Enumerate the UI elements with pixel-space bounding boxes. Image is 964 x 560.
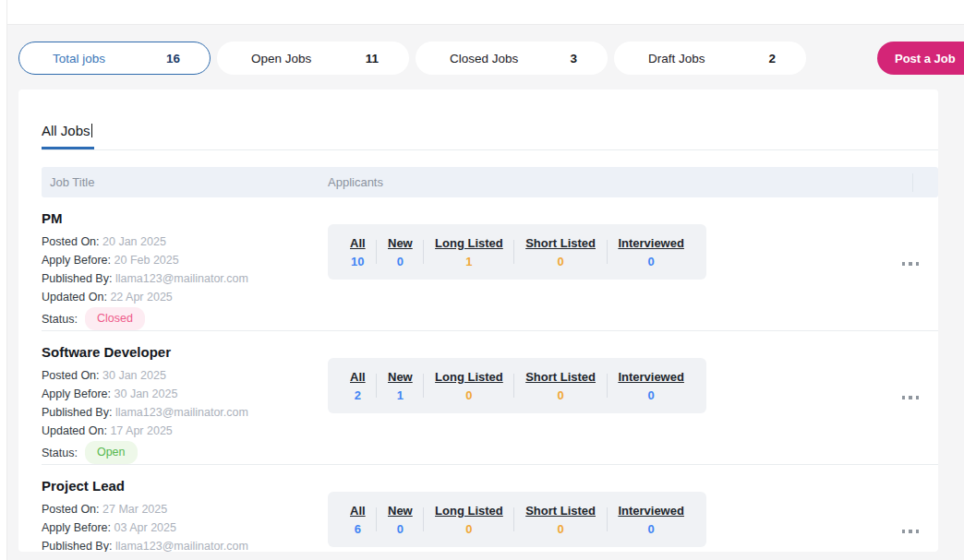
job-info-cell: Software Developer Posted On: 30 Jan 202… bbox=[42, 331, 328, 464]
apply-before-value: 03 Apr 2025 bbox=[114, 521, 176, 534]
applicants-col-short-listed: Short Listed 0 bbox=[525, 236, 596, 268]
pill-label: Open Jobs bbox=[251, 52, 311, 66]
divider bbox=[376, 374, 377, 398]
applicants-all-link[interactable]: All bbox=[350, 504, 366, 518]
divider bbox=[513, 374, 514, 398]
status-line: Status: Open bbox=[42, 441, 328, 464]
applicants-cell: All 2 New 1 Long Listed 0 Short Listed 0 bbox=[328, 331, 883, 464]
applicants-short-listed-link[interactable]: Short Listed bbox=[525, 236, 596, 250]
applicants-new-link[interactable]: New bbox=[388, 370, 413, 384]
apply-before-label: Apply Before: bbox=[42, 521, 111, 534]
job-info-cell: Project Lead Posted On: 27 Mar 2025 Appl… bbox=[42, 465, 328, 552]
applicants-long-listed-count: 1 bbox=[435, 255, 503, 268]
pill-label: Closed Jobs bbox=[450, 52, 518, 66]
applicants-col-long-listed: Long Listed 1 bbox=[435, 236, 503, 268]
applicants-short-listed-link[interactable]: Short Listed bbox=[525, 370, 596, 384]
applicants-short-listed-count: 0 bbox=[525, 255, 596, 268]
pill-count: 3 bbox=[570, 52, 577, 66]
table-row: Software Developer Posted On: 30 Jan 202… bbox=[42, 331, 938, 465]
applicants-all-link[interactable]: All bbox=[350, 236, 366, 250]
applicants-col-short-listed: Short Listed 0 bbox=[525, 504, 596, 536]
pill-open-jobs[interactable]: Open Jobs 11 bbox=[217, 42, 409, 75]
posted-on-value: 27 Mar 2025 bbox=[102, 503, 167, 516]
apply-before-label: Apply Before: bbox=[42, 254, 111, 267]
status-badge: Closed bbox=[85, 307, 145, 330]
published-by-label: Published By: bbox=[42, 406, 112, 419]
published-by-value: llama123@mailinator.com bbox=[115, 540, 248, 552]
applicants-interviewed-count: 0 bbox=[618, 388, 684, 402]
ellipsis-icon[interactable] bbox=[902, 530, 920, 533]
applicants-col-all: All 10 bbox=[350, 236, 366, 268]
applicants-long-listed-link[interactable]: Long Listed bbox=[435, 370, 503, 384]
job-summary-pills: Total jobs 16 Open Jobs 11 Closed Jobs 3… bbox=[18, 42, 806, 75]
posted-on-label: Posted On: bbox=[42, 235, 100, 248]
applicants-col-new: New 0 bbox=[388, 236, 413, 268]
applicants-long-listed-link[interactable]: Long Listed bbox=[435, 504, 503, 518]
applicants-new-link[interactable]: New bbox=[388, 236, 413, 250]
job-title[interactable]: Project Lead bbox=[42, 478, 328, 500]
table-row: PM Posted On: 20 Jan 2025 Apply Before: … bbox=[42, 197, 938, 331]
divider bbox=[376, 507, 377, 531]
ellipsis-icon[interactable] bbox=[902, 262, 920, 266]
pill-count: 2 bbox=[768, 52, 776, 66]
apply-before-label: Apply Before: bbox=[42, 387, 111, 400]
applicants-col-all: All 2 bbox=[350, 370, 366, 402]
applicants-short-listed-link[interactable]: Short Listed bbox=[525, 504, 596, 518]
applicants-col-interviewed: Interviewed 0 bbox=[618, 236, 684, 268]
applicants-interviewed-link[interactable]: Interviewed bbox=[618, 236, 684, 250]
jobs-tabbar: All Jobs bbox=[42, 123, 938, 150]
sidebar-edge bbox=[0, 0, 7, 560]
job-title[interactable]: Software Developer bbox=[42, 344, 328, 366]
applicants-interviewed-link[interactable]: Interviewed bbox=[618, 370, 684, 384]
applicants-all-count: 10 bbox=[350, 255, 366, 268]
posted-on-line: Posted On: 20 Jan 2025 bbox=[42, 232, 328, 251]
pill-closed-jobs[interactable]: Closed Jobs 3 bbox=[416, 42, 608, 75]
divider bbox=[607, 240, 608, 264]
published-by-line: Published By: llama123@mailinator.com bbox=[42, 403, 328, 422]
applicants-summary-box: All 10 New 0 Long Listed 1 Short Listed … bbox=[328, 224, 706, 280]
status-label: Status: bbox=[42, 444, 78, 462]
tab-all-jobs-label: All Jobs bbox=[42, 123, 90, 138]
updated-on-line: Updated On: 17 Apr 2025 bbox=[42, 422, 328, 440]
divider bbox=[513, 240, 514, 264]
applicants-summary-box: All 2 New 1 Long Listed 0 Short Listed 0 bbox=[328, 358, 706, 413]
status-label: Status: bbox=[42, 310, 78, 328]
applicants-cell: All 6 New 0 Long Listed 0 Short Listed 0 bbox=[328, 465, 883, 552]
apply-before-value: 30 Jan 2025 bbox=[114, 387, 178, 400]
published-by-label: Published By: bbox=[42, 540, 112, 552]
ellipsis-icon[interactable] bbox=[902, 396, 920, 399]
actions-cell bbox=[883, 331, 938, 464]
actions-cell bbox=[883, 465, 938, 552]
divider bbox=[607, 374, 608, 398]
applicants-interviewed-count: 0 bbox=[618, 255, 684, 268]
pill-total-jobs[interactable]: Total jobs 16 bbox=[18, 42, 211, 75]
applicants-col-new: New 1 bbox=[388, 370, 413, 402]
table-header-row: Job Title Applicants bbox=[42, 167, 938, 197]
divider bbox=[423, 507, 424, 531]
job-title[interactable]: PM bbox=[42, 210, 328, 232]
pill-draft-jobs[interactable]: Draft Jobs 2 bbox=[614, 42, 806, 75]
divider bbox=[607, 507, 608, 531]
post-a-job-button[interactable]: Post a Job bbox=[877, 42, 964, 75]
applicants-cell: All 10 New 0 Long Listed 1 Short Listed … bbox=[328, 197, 883, 330]
published-by-value: llama123@mailinator.com bbox=[115, 406, 248, 419]
applicants-new-count: 0 bbox=[388, 522, 413, 536]
applicants-col-long-listed: Long Listed 0 bbox=[435, 504, 503, 536]
published-by-value: llama123@mailinator.com bbox=[115, 272, 248, 285]
divider bbox=[376, 240, 377, 264]
posted-on-label: Posted On: bbox=[42, 369, 100, 382]
applicants-all-link[interactable]: All bbox=[350, 370, 366, 384]
applicants-col-all: All 6 bbox=[350, 504, 366, 536]
tab-all-jobs[interactable]: All Jobs bbox=[42, 123, 94, 149]
applicants-new-link[interactable]: New bbox=[388, 504, 413, 518]
pill-label: Total jobs bbox=[53, 52, 105, 66]
job-info-cell: PM Posted On: 20 Jan 2025 Apply Before: … bbox=[42, 197, 328, 330]
published-by-label: Published By: bbox=[42, 272, 112, 285]
applicants-interviewed-link[interactable]: Interviewed bbox=[618, 504, 684, 518]
applicants-long-listed-link[interactable]: Long Listed bbox=[435, 236, 503, 250]
applicants-new-count: 1 bbox=[388, 388, 413, 402]
top-bar bbox=[0, 0, 964, 25]
apply-before-value: 20 Feb 2025 bbox=[114, 254, 179, 267]
applicants-col-new: New 0 bbox=[388, 504, 413, 536]
applicants-summary-box: All 6 New 0 Long Listed 0 Short Listed 0 bbox=[328, 492, 706, 547]
